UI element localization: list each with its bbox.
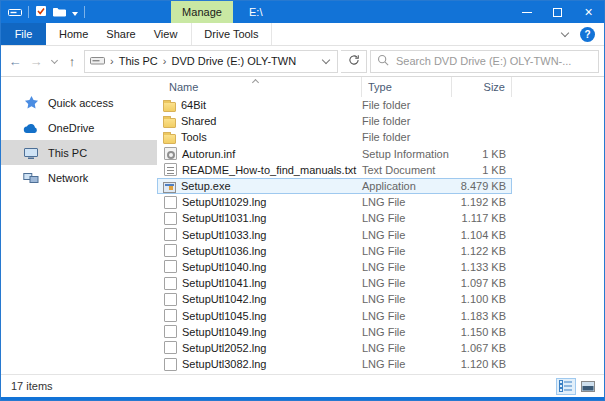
lng-icon	[164, 293, 177, 306]
checkmark-icon[interactable]	[35, 3, 47, 21]
file-name: SetupUtl1029.lng	[163, 196, 362, 209]
file-type: LNG File	[362, 261, 452, 273]
maximize-button[interactable]	[542, 1, 573, 23]
breadcrumb-separator: ›	[163, 55, 167, 67]
sidebar-item-onedrive[interactable]: OneDrive	[1, 115, 157, 140]
expand-ribbon-icon[interactable]	[561, 29, 569, 37]
details-view-icon[interactable]	[556, 378, 576, 395]
file-row[interactable]: SetupUtl2052.lngLNG File1.067 KB	[157, 340, 512, 356]
tab-view[interactable]: View	[145, 23, 187, 45]
tab-file[interactable]: File	[1, 23, 46, 45]
file-row[interactable]: Autorun.infSetup Information1 KB	[157, 146, 512, 162]
lng-icon	[164, 196, 177, 209]
search-box[interactable]	[370, 50, 599, 73]
file-size: 1.100 KB	[452, 293, 512, 305]
back-button[interactable]: ←	[6, 54, 24, 69]
lng-icon	[164, 325, 177, 338]
sidebar-item-network[interactable]: Network	[1, 165, 157, 190]
txt-icon	[164, 163, 177, 176]
star-icon	[23, 95, 39, 111]
file-name: README_How-to_find_manuals.txt	[163, 163, 362, 176]
file-row[interactable]: ToolsFile folder	[157, 129, 512, 145]
breadcrumb-item[interactable]: This PC	[119, 55, 158, 67]
file-row[interactable]: SetupUtl1029.lngLNG File1.192 KB	[157, 194, 512, 210]
file-size: 1 KB	[452, 148, 512, 160]
sidebar-item-this-pc[interactable]: This PC	[1, 140, 157, 165]
refresh-icon	[348, 54, 360, 68]
lng-icon	[164, 309, 177, 322]
file-type: Application	[362, 180, 452, 192]
forward-button[interactable]: →	[27, 54, 45, 69]
minimize-button[interactable]	[511, 1, 542, 23]
refresh-button[interactable]	[341, 50, 367, 73]
file-size: 1.150 KB	[452, 326, 512, 338]
manage-contextual-header[interactable]: Manage	[171, 1, 233, 23]
titlebar: Manage E:\ ×	[1, 1, 604, 23]
file-row[interactable]: SharedFile folder	[157, 113, 512, 129]
file-row[interactable]: 64BitFile folder	[157, 97, 512, 113]
file-row[interactable]: SetupUtl1033.lngLNG File1.104 KB	[157, 227, 512, 243]
breadcrumb: ›This PC›DVD Drive (E:) OLY-TWN	[110, 55, 296, 67]
sidebar-item-label: Network	[48, 172, 88, 184]
file-row[interactable]: SetupUtl1036.lngLNG File1.122 KB	[157, 243, 512, 259]
folder-icon[interactable]	[53, 3, 66, 21]
network-icon	[23, 170, 39, 186]
file-name: SetupUtl1036.lng	[163, 244, 362, 257]
sidebar-item-quick-access[interactable]: Quick access	[1, 90, 157, 115]
file-size: 1.067 KB	[452, 342, 512, 354]
file-row[interactable]: Setup.exeApplication8.479 KB	[157, 178, 512, 194]
column-header-size[interactable]: Size	[452, 77, 512, 97]
help-icon[interactable]: ?	[580, 27, 595, 42]
window-title: E:\	[249, 6, 262, 18]
tab-drive-tools[interactable]: Drive Tools	[191, 23, 271, 45]
breadcrumb-item[interactable]: DVD Drive (E:) OLY-TWN	[171, 55, 296, 67]
file-size: 1.183 KB	[452, 310, 512, 322]
folder-icon	[163, 118, 176, 128]
file-name: Autorun.inf	[163, 147, 362, 160]
address-bar[interactable]: ›This PC›DVD Drive (E:) OLY-TWN	[84, 50, 338, 73]
window-controls: ×	[511, 1, 604, 23]
file-row[interactable]: SetupUtl1041.lngLNG File1.097 KB	[157, 275, 512, 291]
lng-icon	[164, 244, 177, 257]
file-name: SetupUtl1031.lng	[163, 212, 362, 225]
chevron-down-icon[interactable]	[72, 9, 78, 16]
search-input[interactable]	[394, 54, 592, 68]
lng-icon	[164, 228, 177, 241]
lng-icon	[164, 212, 177, 225]
file-row[interactable]: SetupUtl1042.lngLNG File1.100 KB	[157, 291, 512, 307]
items-count: 17 items	[11, 380, 53, 392]
computer-icon	[23, 145, 39, 161]
file-type: Text Document	[362, 164, 452, 176]
file-row[interactable]: SetupUtl1031.lngLNG File1.117 KB	[157, 210, 512, 226]
address-dropdown-icon[interactable]	[322, 55, 330, 63]
lng-icon	[164, 260, 177, 273]
quick-access-toolbar	[28, 3, 85, 21]
file-name: SetupUtl2052.lng	[163, 341, 362, 354]
tab-home[interactable]: Home	[50, 23, 97, 45]
file-name: SetupUtl1041.lng	[163, 277, 362, 290]
status-bar: 17 items	[1, 374, 604, 397]
tab-share[interactable]: Share	[97, 23, 144, 45]
file-row[interactable]: SetupUtl1040.lngLNG File1.133 KB	[157, 259, 512, 275]
file-row[interactable]: SetupUtl1045.lngLNG File1.183 KB	[157, 307, 512, 323]
file-name: SetupUtl1045.lng	[163, 309, 362, 322]
file-row[interactable]: SetupUtl1049.lngLNG File1.150 KB	[157, 324, 512, 340]
close-button[interactable]: ×	[573, 1, 604, 23]
lng-icon	[164, 341, 177, 354]
file-size: 1.117 KB	[452, 212, 512, 224]
up-button[interactable]: ↑	[63, 54, 81, 69]
sidebar-item-label: Quick access	[48, 97, 113, 109]
file-size: 1.192 KB	[452, 196, 512, 208]
column-header-name[interactable]: Name	[157, 77, 362, 97]
file-row[interactable]: README_How-to_find_manuals.txtText Docum…	[157, 162, 512, 178]
inf-icon	[164, 147, 177, 160]
breadcrumb-separator: ›	[110, 55, 114, 67]
large-icons-view-icon[interactable]	[578, 378, 598, 395]
column-header-type[interactable]: Type	[362, 77, 452, 97]
recent-locations-icon[interactable]	[48, 60, 60, 63]
file-type: LNG File	[362, 358, 452, 370]
file-row[interactable]: SetupUtl3082.lngLNG File1.120 KB	[157, 356, 512, 372]
file-type: File folder	[362, 115, 452, 127]
file-type: File folder	[362, 99, 452, 111]
cloud-icon	[23, 120, 39, 136]
